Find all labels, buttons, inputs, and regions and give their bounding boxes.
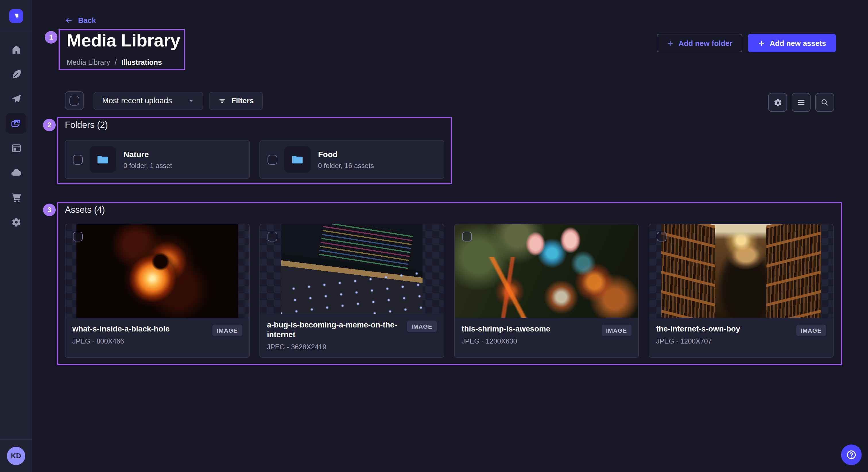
app-logo[interactable] [0, 0, 32, 32]
mantis-shrimp-image [455, 224, 639, 318]
sidebar-item-content-type-builder[interactable] [6, 138, 26, 158]
asset-name: a-bug-is-becoming-a-meme-on-the-internet [267, 321, 398, 340]
asset-checkbox[interactable] [73, 232, 83, 241]
home-icon [11, 44, 22, 55]
folder-meta: 0 folder, 1 asset [123, 162, 172, 169]
folder-name: Food [318, 149, 374, 159]
filters-button[interactable]: Filters [209, 92, 263, 110]
plus-icon [757, 39, 765, 47]
gear-icon [11, 216, 22, 227]
arrow-left-icon [64, 16, 73, 25]
question-circle-icon [846, 449, 857, 461]
folder-meta: 0 folder, 16 assets [318, 162, 374, 169]
back-link[interactable]: Back [64, 16, 96, 25]
user-avatar[interactable]: KD [7, 447, 25, 465]
breadcrumb-parent[interactable]: Media Library [67, 59, 110, 67]
sidebar-item-content-manager[interactable] [6, 64, 26, 84]
paper-plane-icon [11, 93, 22, 104]
folders-row: Nature 0 folder, 1 asset Food 0 folder, … [65, 140, 444, 179]
search-icon [820, 98, 829, 107]
folders-section-title: Folders (2) [65, 120, 108, 130]
sidebar-item-marketplace[interactable] [6, 187, 26, 208]
asset-thumbnail [65, 224, 249, 318]
breadcrumb: Media Library / Illustrations [67, 59, 162, 67]
sidebar-item-deploy[interactable] [6, 162, 26, 183]
strapi-logo-icon [9, 9, 23, 23]
sidebar-item-releases[interactable] [6, 88, 26, 109]
asset-checkbox[interactable] [462, 232, 472, 241]
asset-name: what-s-inside-a-black-hole [72, 325, 203, 334]
chevron-down-icon [188, 97, 195, 104]
folder-checkbox[interactable] [268, 155, 277, 164]
asset-card-black-hole[interactable]: what-s-inside-a-black-hole JPEG - 800X46… [65, 224, 250, 358]
asset-checkbox[interactable] [268, 232, 277, 241]
asset-meta: JPEG - 1200X707 [656, 337, 826, 345]
filter-icon [218, 97, 226, 105]
add-new-assets-button[interactable]: Add new assets [748, 34, 836, 52]
header-actions: Add new folder Add new assets [657, 34, 836, 52]
media-library-icon [10, 117, 22, 129]
cart-icon [11, 192, 22, 203]
folder-tile [90, 146, 116, 173]
asset-meta: JPEG - 3628X2419 [267, 343, 437, 351]
toolbar: Most recent uploads Filters [65, 91, 263, 110]
sidebar-footer: KD [0, 439, 32, 472]
list-icon [797, 98, 805, 107]
sidebar-item-media-library[interactable] [6, 113, 26, 134]
breadcrumb-separator: / [115, 59, 117, 67]
add-new-folder-button[interactable]: Add new folder [657, 34, 742, 52]
breadcrumb-current: Illustrations [121, 59, 162, 67]
library-portrait-image [661, 224, 821, 318]
help-button[interactable] [841, 444, 862, 465]
asset-thumbnail [649, 224, 833, 318]
folder-icon [96, 153, 110, 166]
folder-card-food[interactable]: Food 0 folder, 16 assets [259, 140, 444, 179]
folder-name: Nature [123, 149, 172, 159]
asset-card-internets-own-boy[interactable]: the-internet-s-own-boy JPEG - 1200X707 I… [649, 224, 834, 358]
checkbox [69, 96, 79, 105]
asset-meta: JPEG - 1200X630 [462, 337, 631, 345]
sort-value: Most recent uploads [102, 96, 172, 105]
asset-name: the-internet-s-own-boy [656, 325, 787, 334]
asset-name: this-shrimp-is-awesome [462, 325, 592, 334]
asset-type-badge: IMAGE [212, 325, 242, 336]
folder-card-nature[interactable]: Nature 0 folder, 1 asset [65, 140, 250, 179]
asset-card-bug-meme[interactable]: a-bug-is-becoming-a-meme-on-the-internet… [259, 224, 444, 358]
settings-icon [773, 98, 782, 107]
view-options [768, 93, 834, 112]
asset-thumbnail [455, 224, 639, 318]
assets-row: what-s-inside-a-black-hole JPEG - 800X46… [65, 224, 834, 358]
sidebar-item-home[interactable] [6, 39, 26, 60]
plus-icon [666, 39, 674, 47]
back-label: Back [78, 16, 96, 25]
sort-dropdown[interactable]: Most recent uploads [94, 92, 203, 110]
assets-section-title: Assets (4) [65, 205, 105, 215]
sidebar-nav [0, 33, 32, 232]
feather-icon [11, 69, 22, 79]
asset-checkbox[interactable] [657, 232, 666, 241]
search-button[interactable] [815, 93, 834, 112]
sidebar-item-settings[interactable] [6, 212, 26, 232]
asset-type-badge: IMAGE [796, 325, 826, 336]
cloud-icon [10, 167, 22, 178]
select-all-checkbox[interactable] [65, 91, 84, 110]
list-view-button[interactable] [792, 93, 811, 112]
page-title: Media Library [67, 30, 180, 51]
sidebar: KD [0, 0, 32, 472]
asset-card-shrimp[interactable]: this-shrimp-is-awesome JPEG - 1200X630 I… [454, 224, 639, 358]
asset-type-badge: IMAGE [407, 321, 437, 332]
folder-checkbox[interactable] [73, 155, 83, 164]
media-library-page: KD Back Media Library Media Library / Il… [0, 0, 868, 472]
asset-thumbnail [260, 224, 444, 314]
folder-icon [290, 153, 304, 166]
laptop-code-image [281, 224, 423, 314]
settings-button[interactable] [768, 93, 787, 112]
black-hole-image [76, 224, 238, 318]
asset-type-badge: IMAGE [601, 325, 631, 336]
main-content: Back Media Library Media Library / Illus… [32, 0, 868, 472]
folder-tile [284, 146, 311, 173]
asset-meta: JPEG - 800X466 [72, 337, 242, 345]
layout-icon [11, 142, 22, 154]
